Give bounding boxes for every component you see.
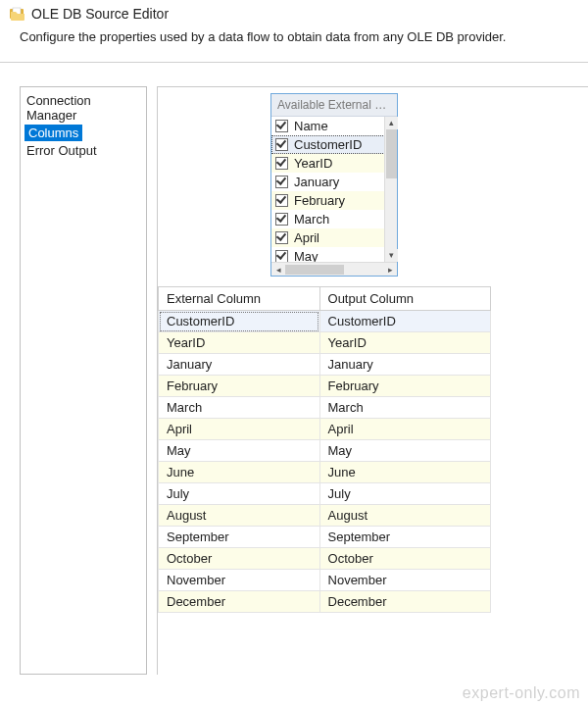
mapping-row[interactable]: CustomerIDCustomerID [159, 311, 491, 332]
output-column-cell[interactable]: YearID [319, 332, 490, 354]
column-mapping-table[interactable]: External Column Output Column CustomerID… [158, 286, 491, 613]
title-bar: OLE DB Source Editor [0, 0, 588, 25]
column-label: YearID [294, 156, 332, 171]
nav-panel: Connection ManagerColumnsError Output [20, 86, 147, 675]
scroll-thumb-h[interactable] [285, 265, 344, 275]
external-column-cell[interactable]: YearID [159, 332, 320, 354]
column-checkbox[interactable] [275, 138, 288, 151]
mapping-row[interactable]: MayMay [159, 440, 491, 462]
mapping-row[interactable]: MarchMarch [159, 397, 491, 419]
column-checkbox[interactable] [275, 157, 288, 170]
available-column-row[interactable]: YearID [271, 154, 397, 173]
nav-item-connection-manager[interactable]: Connection Manager [21, 91, 146, 125]
output-column-cell[interactable]: March [319, 397, 490, 419]
output-column-cell[interactable]: April [319, 419, 490, 440]
output-column-header[interactable]: Output Column [319, 287, 490, 311]
mapping-row[interactable]: OctoberOctober [159, 548, 491, 570]
external-column-cell[interactable]: July [159, 483, 320, 505]
output-column-cell[interactable]: February [319, 376, 490, 397]
scroll-down-arrow[interactable]: ▾ [385, 249, 398, 262]
nav-item-columns[interactable]: Columns [24, 125, 82, 141]
output-column-cell[interactable]: December [319, 591, 490, 613]
column-label: January [294, 175, 339, 189]
column-checkbox[interactable] [275, 176, 288, 188]
available-column-row[interactable]: January [271, 173, 397, 191]
scroll-up-arrow[interactable]: ▴ [385, 117, 398, 129]
mapping-row[interactable]: JulyJuly [159, 483, 491, 505]
external-column-cell[interactable]: April [159, 419, 320, 440]
output-column-cell[interactable]: October [319, 548, 490, 570]
column-label: Name [294, 119, 328, 133]
mapping-row[interactable]: AugustAugust [159, 505, 491, 527]
scroll-track[interactable] [285, 264, 383, 276]
vertical-scrollbar[interactable]: ▴ ▾ [384, 117, 397, 262]
output-column-cell[interactable]: January [319, 354, 490, 376]
available-columns-box: Available External C... NameCustomerIDYe… [270, 93, 398, 277]
separator [0, 62, 588, 63]
output-column-cell[interactable]: CustomerID [319, 311, 490, 332]
column-checkbox[interactable] [275, 194, 288, 207]
external-column-cell[interactable]: December [159, 591, 320, 613]
column-label: April [294, 230, 319, 245]
external-column-cell[interactable]: CustomerID [159, 311, 320, 332]
columns-panel: Available External C... NameCustomerIDYe… [157, 86, 588, 675]
available-column-row[interactable]: February [271, 191, 397, 210]
column-label: CustomerID [294, 137, 362, 152]
external-column-cell[interactable]: August [159, 505, 320, 527]
output-column-cell[interactable]: July [319, 483, 490, 505]
mapping-row[interactable]: AprilApril [159, 419, 491, 440]
mapping-row[interactable]: NovemberNovember [159, 570, 491, 591]
external-column-header[interactable]: External Column [159, 287, 320, 311]
window-title: OLE DB Source Editor [31, 6, 169, 22]
horizontal-scrollbar[interactable]: ◂ ▸ [271, 262, 397, 276]
output-column-cell[interactable]: September [319, 527, 490, 548]
column-label: March [294, 212, 329, 227]
mapping-row[interactable]: YearIDYearID [159, 332, 491, 354]
mapping-row[interactable]: JanuaryJanuary [159, 354, 491, 376]
output-column-cell[interactable]: August [319, 505, 490, 527]
column-checkbox[interactable] [275, 231, 288, 244]
available-column-row[interactable]: Name [271, 117, 397, 135]
scroll-thumb[interactable] [386, 129, 397, 178]
scroll-left-arrow[interactable]: ◂ [271, 263, 285, 277]
available-column-row[interactable]: March [271, 210, 397, 228]
mapping-row[interactable]: FebruaryFebruary [159, 376, 491, 397]
output-column-cell[interactable]: May [319, 440, 490, 462]
folder-icon [10, 7, 25, 21]
external-column-cell[interactable]: January [159, 354, 320, 376]
column-checkbox[interactable] [275, 250, 288, 262]
external-column-cell[interactable]: November [159, 570, 320, 591]
external-column-cell[interactable]: June [159, 462, 320, 483]
available-column-row[interactable]: CustomerID [271, 135, 397, 154]
available-columns-header[interactable]: Available External C... [271, 94, 397, 117]
scroll-right-arrow[interactable]: ▸ [383, 263, 397, 277]
mapping-row[interactable]: DecemberDecember [159, 591, 491, 613]
mapping-row[interactable]: JuneJune [159, 462, 491, 483]
external-column-cell[interactable]: September [159, 527, 320, 548]
column-label: February [294, 193, 345, 208]
available-columns-list[interactable]: NameCustomerIDYearIDJanuaryFebruaryMarch… [271, 117, 397, 262]
column-checkbox[interactable] [275, 120, 288, 132]
output-column-cell[interactable]: June [319, 462, 490, 483]
available-columns-body: NameCustomerIDYearIDJanuaryFebruaryMarch… [271, 117, 397, 262]
mapping-row[interactable]: SeptemberSeptember [159, 527, 491, 548]
window-description: Configure the properties used by a data … [0, 25, 588, 62]
content-area: Connection ManagerColumnsError Output Av… [20, 86, 588, 675]
nav-item-error-output[interactable]: Error Output [21, 141, 146, 160]
external-column-cell[interactable]: February [159, 376, 320, 397]
column-label: May [294, 249, 318, 262]
watermark: expert-only.com [463, 684, 580, 702]
external-column-cell[interactable]: March [159, 397, 320, 419]
output-column-cell[interactable]: November [319, 570, 490, 591]
available-column-row[interactable]: May [271, 247, 397, 262]
external-column-cell[interactable]: May [159, 440, 320, 462]
column-checkbox[interactable] [275, 213, 288, 226]
available-column-row[interactable]: April [271, 228, 397, 247]
external-column-cell[interactable]: October [159, 548, 320, 570]
